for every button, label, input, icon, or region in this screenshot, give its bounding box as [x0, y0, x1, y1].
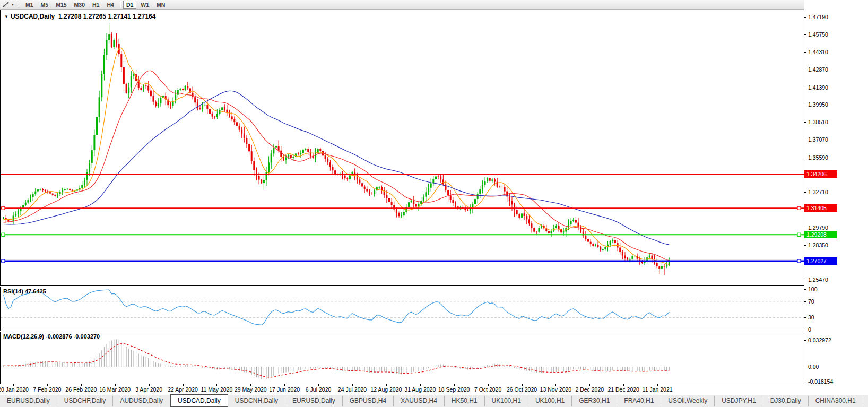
price-tick-label: 1.28350 [808, 242, 828, 248]
price-tick-label: 1.39950 [808, 101, 828, 108]
chart-ohlc-values: 1.27208 1.27265 1.27141 1.27164 [58, 13, 156, 20]
rsi-axis-label: 0 [808, 326, 811, 333]
chevron-down-icon: ▼ [11, 3, 14, 6]
date-label: 29 May 2020 [235, 386, 267, 393]
timeframe-button-m5[interactable]: M5 [38, 1, 52, 9]
date-label: 16 Mar 2020 [99, 386, 131, 393]
axis-tick [804, 280, 806, 280]
price-tick-label: 1.41390 [808, 84, 828, 91]
toolbar-grip [18, 1, 20, 8]
price-tick-label: 1.25470 [808, 276, 828, 283]
chart-tab-china300-h1[interactable]: CHINA300,H1 [809, 396, 863, 406]
axis-tick [804, 17, 806, 18]
date-tick [250, 384, 251, 386]
chart-title: ▼USDCAD,Daily 1.27208 1.27265 1.27141 1.… [4, 13, 155, 20]
timeframe-button-m15[interactable]: M15 [53, 1, 70, 9]
main-chart-pane[interactable] [0, 10, 804, 286]
price-tick-label: 1.45750 [808, 31, 828, 38]
date-tick [386, 384, 387, 386]
rsi-axis-label: 70 [808, 298, 814, 305]
axis-tick [804, 70, 806, 70]
chart-tab-xauusd-h4[interactable]: XAUUSD,H4 [394, 396, 445, 406]
date-label: 21 Dec 2020 [607, 386, 639, 393]
date-label: 7 Oct 2020 [474, 386, 501, 393]
chart-tab-gbpusd-h4[interactable]: GBPUSD,H4 [343, 396, 394, 406]
macd-indicator-label: MACD(12,26,9) -0.002876 -0.003270 [3, 333, 100, 340]
date-tick [183, 384, 184, 386]
date-tick [623, 384, 624, 386]
chart-tab-usdjpy-h1[interactable]: USDJPY,H1 [715, 396, 763, 406]
axis-tick [804, 122, 806, 123]
chart-tab-uk100-h1[interactable]: UK100,H1 [485, 396, 528, 406]
rsi-name: RSI(14) [3, 288, 23, 295]
axis-tick [804, 192, 806, 193]
axis-tick [804, 330, 806, 330]
price-tick-label: 1.29790 [808, 224, 828, 231]
date-label: 7 Feb 2020 [33, 386, 61, 393]
macd-values: -0.002876 -0.003270 [46, 333, 100, 340]
rsi-axis-label: 100 [808, 286, 818, 292]
date-label: 11 May 2020 [201, 386, 232, 393]
date-label: 2 Dec 2020 [575, 386, 604, 393]
chart-tab-usdcad-daily[interactable]: USDCAD,Daily [170, 394, 228, 407]
date-label: 24 Jul 2020 [338, 386, 367, 393]
chart-tab-eurusd-daily[interactable]: EURUSD,Daily [0, 396, 57, 406]
date-tick [522, 384, 523, 386]
date-label: 20 Jan 2020 [0, 386, 29, 393]
chart-symbol: USDCAD,Daily [11, 13, 55, 20]
date-label: 12 Aug 2020 [370, 386, 402, 393]
axis-tick [804, 289, 806, 290]
chart-tab-usoil-[interactable]: USOil, [863, 396, 868, 406]
price-axis[interactable]: 1.471901.457501.443101.428701.413901.399… [804, 0, 868, 407]
date-tick [352, 384, 353, 386]
timeframe-button-h4[interactable]: H4 [103, 1, 117, 9]
chart-tab-fra40-h1[interactable]: FRA40,H1 [617, 396, 661, 406]
price-tick-label: 1.32710 [808, 189, 828, 195]
timeframe-buttons: M1M5M15M30H1H4D1W1MN [22, 1, 169, 9]
timeframe-button-mn[interactable]: MN [153, 1, 168, 9]
price-tick-label: 1.37070 [808, 136, 828, 143]
hline-price-label: 1.27027 [804, 257, 837, 265]
rsi-pane[interactable] [0, 287, 804, 331]
chart-tab-ger30-h1[interactable]: GER30,H1 [572, 396, 617, 406]
chart-tab-usoil-weekly[interactable]: USOil,Weekly [661, 396, 715, 406]
axis-tick [804, 317, 806, 318]
macd-pane[interactable] [0, 332, 804, 384]
timeframe-button-w1[interactable]: W1 [137, 1, 152, 9]
chart-cursor-tool[interactable]: ▼ [0, 1, 16, 8]
axis-tick [804, 158, 806, 158]
chevron-down-icon[interactable]: ▼ [4, 14, 8, 19]
date-tick [284, 384, 285, 386]
timeframe-button-m30[interactable]: M30 [71, 1, 88, 9]
chart-tab-eurusd-daily[interactable]: EURUSD,Daily [285, 396, 343, 406]
date-tick [555, 384, 556, 386]
price-tick-label: 1.42870 [808, 66, 828, 73]
date-label: 26 Feb 2020 [65, 386, 97, 393]
chart-tab-usdchf-daily[interactable]: USDCHF,Daily [57, 396, 114, 406]
macd-name: MACD(12,26,9) [3, 333, 44, 340]
timeframe-button-d1[interactable]: D1 [123, 1, 136, 9]
date-label: 17 Jun 2020 [269, 386, 300, 393]
axis-tick [804, 140, 806, 140]
axis-tick [804, 301, 806, 302]
chart-tab-usdcnh-daily[interactable]: USDCNH,Daily [228, 396, 285, 406]
date-tick [488, 384, 489, 386]
timeframe-button-m1[interactable]: M1 [22, 1, 37, 9]
timeframe-button-h1[interactable]: H1 [89, 1, 102, 9]
chart-tab-dj30-daily[interactable]: DJ30,Daily [763, 396, 809, 406]
chart-tabs: EURUSD,DailyUSDCHF,DailyAUDUSD,DailyUSDC… [0, 394, 868, 407]
date-tick [13, 384, 14, 386]
chart-tab-audusd-daily[interactable]: AUDUSD,Daily [113, 396, 170, 406]
chart-tab-hk50-h1[interactable]: HK50,H1 [445, 396, 485, 406]
axis-tick [804, 382, 806, 382]
mt4-window: ▼ M1M5M15M30H1H4D1W1MN ▲ ▼USDCAD,Daily 1… [0, 0, 868, 407]
rsi-value: 47.6425 [25, 288, 46, 295]
rsi-indicator-label: RSI(14) 47.6425 [3, 288, 46, 295]
axis-tick [804, 34, 806, 35]
date-axis[interactable]: 20 Jan 20207 Feb 202026 Feb 202016 Mar 2… [0, 384, 868, 394]
date-label: 22 Apr 2020 [168, 386, 198, 393]
date-tick [318, 384, 319, 386]
date-tick [115, 384, 116, 386]
date-tick [216, 384, 217, 386]
chart-tab-uk100-h1[interactable]: UK100,H1 [528, 396, 572, 406]
